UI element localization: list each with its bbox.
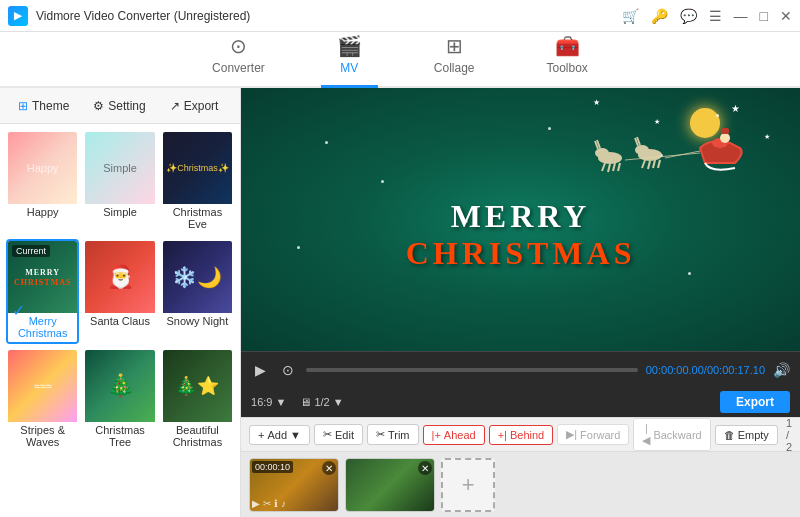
add-button[interactable]: + Add ▼ [249,425,310,445]
trash-icon: 🗑 [724,429,735,441]
play-button[interactable]: ▶ [251,360,270,380]
nav-item-converter[interactable]: ⊙ Converter [196,26,281,88]
theme-christmas-eve-thumb: ✨Christmas✨ [163,132,232,204]
theme-icon: ⊞ [18,99,28,113]
clip-1-info-icon[interactable]: ℹ [274,498,278,509]
empty-button[interactable]: 🗑 Empty [715,425,778,445]
mv-label: MV [340,61,358,75]
svg-line-14 [653,160,655,168]
left-panel: ⊞ Theme ⚙ Setting ↗ Export Happy Happy [0,88,241,517]
clip-1-play-icon[interactable]: ▶ [252,498,260,509]
split-select[interactable]: 🖥 1/2 ▼ [300,396,343,408]
ratio-dropdown-icon: ▼ [276,396,287,408]
theme-merry-christmas[interactable]: MERRY CHRISTMAS Current Merry Christmas … [6,239,79,344]
ahead-button[interactable]: |+ Ahead [423,425,485,445]
setting-tab[interactable]: ⚙ Setting [83,95,155,117]
theme-beautiful[interactable]: 🎄⭐ Beautiful Christmas [161,348,234,453]
theme-simple-thumb: Simple [85,132,154,204]
add-clip-icon: + [462,472,475,498]
theme-xmas-tree[interactable]: 🎄 Christmas Tree [83,348,156,453]
behind-button[interactable]: +| Behind [489,425,554,445]
svg-rect-18 [721,128,729,134]
svg-line-20 [625,153,700,160]
theme-stripes-thumb: ≈≈≈ [8,350,77,422]
clip-1-duration: 00:00:10 [252,461,293,473]
timeline-clips: 00:00:10 ✕ ▶ ✂ ℹ ♪ ✕ + [241,452,800,517]
theme-stripes[interactable]: ≈≈≈ Stripes & Waves [6,348,79,453]
theme-check-icon: ✓ [12,301,25,320]
close-icon[interactable]: ✕ [780,8,792,24]
trim-button[interactable]: ✂ Trim [367,424,419,445]
theme-grid: Happy Happy Simple Simple ✨Christmas✨ Ch… [0,124,240,517]
cart-icon[interactable]: 🛒 [622,8,639,24]
nav-item-mv[interactable]: 🎬 MV [321,26,378,88]
theme-beautiful-thumb: 🎄⭐ [163,350,232,422]
maximize-icon[interactable]: □ [760,8,768,24]
theme-label: Theme [32,99,69,113]
clip-item-1[interactable]: 00:00:10 ✕ ▶ ✂ ℹ ♪ [249,458,339,512]
add-clip-button[interactable]: + [441,458,495,512]
title-bar: ▶ Vidmore Video Converter (Unregistered)… [0,0,800,32]
svg-line-12 [642,160,645,168]
app-logo: ▶ [8,6,28,26]
backward-label: Backward [653,429,701,441]
volume-icon[interactable]: 🔊 [773,362,790,378]
edit-icon: ✂ [323,428,332,441]
backward-button[interactable]: |◀ Backward [633,418,710,451]
forward-button[interactable]: ▶| Forward [557,424,629,445]
chat-icon[interactable]: 💬 [680,8,697,24]
setting-icon: ⚙ [93,99,104,113]
trim-label: Trim [388,429,410,441]
theme-snowy[interactable]: ❄️🌙 Snowy Night [161,239,234,344]
theme-christmas-eve[interactable]: ✨Christmas✨ Christmas Eve [161,130,234,235]
collage-label: Collage [434,61,475,75]
theme-simple[interactable]: Simple Simple [83,130,156,235]
ahead-label: Ahead [444,429,476,441]
theme-xmas-tree-thumb: 🎄 [85,350,154,422]
ahead-icon: |+ [432,429,441,441]
theme-santa-thumb: 🎅 [85,241,154,313]
theme-stripes-label: Stripes & Waves [8,422,77,451]
svg-line-7 [618,163,620,171]
clip-1-audio-icon[interactable]: ♪ [281,498,286,509]
main-content: ⊞ Theme ⚙ Setting ↗ Export Happy Happy [0,88,800,517]
theme-beautiful-label: Beautiful Christmas [163,422,232,451]
clip-2-close-button[interactable]: ✕ [418,461,432,475]
add-dropdown-icon: ▼ [290,429,301,441]
theme-happy[interactable]: Happy Happy [6,130,79,235]
clip-1-close-button[interactable]: ✕ [322,461,336,475]
theme-santa[interactable]: 🎅 Santa Claus [83,239,156,344]
converter-label: Converter [212,61,265,75]
ratio-select[interactable]: 16:9 ▼ [251,396,286,408]
theme-xmas-tree-label: Christmas Tree [85,422,154,451]
nav-item-toolbox[interactable]: 🧰 Toolbox [531,26,604,88]
trim-icon: ✂ [376,428,385,441]
forward-label: Forward [580,429,620,441]
export-tab[interactable]: ↗ Export [160,95,229,117]
nav-bar: ⊙ Converter 🎬 MV ⊞ Collage 🧰 Toolbox [0,32,800,88]
clip-item-2[interactable]: ✕ [345,458,435,512]
edit-label: Edit [335,429,354,441]
edit-button[interactable]: ✂ Edit [314,424,363,445]
clip-1-cut-icon[interactable]: ✂ [263,498,271,509]
merry-christmas-text: MERRY CHRISTMAS [406,198,636,272]
add-label: Add [268,429,288,441]
progress-bar[interactable] [306,368,638,372]
stop-button[interactable]: ⊙ [278,360,298,380]
svg-point-17 [720,133,730,143]
minimize-icon[interactable]: — [734,8,748,24]
christmas-preview: ★ ★ ★ ★ [241,88,800,351]
title-bar-icons: 🛒 🔑 💬 ☰ — □ ✕ [622,8,792,24]
page-indicator: 1 / 2 [786,417,792,453]
nav-item-collage[interactable]: ⊞ Collage [418,26,491,88]
theme-snowy-label: Snowy Night [163,313,232,330]
key-icon[interactable]: 🔑 [651,8,668,24]
theme-simple-label: Simple [85,204,154,221]
preview-area: ★ ★ ★ ★ [241,88,800,351]
right-panel: ★ ★ ★ ★ [241,88,800,517]
export-button[interactable]: Export [720,391,790,413]
theme-tab[interactable]: ⊞ Theme [8,95,79,117]
menu-icon[interactable]: ☰ [709,8,722,24]
svg-line-13 [648,161,650,169]
app-title: Vidmore Video Converter (Unregistered) [36,9,622,23]
